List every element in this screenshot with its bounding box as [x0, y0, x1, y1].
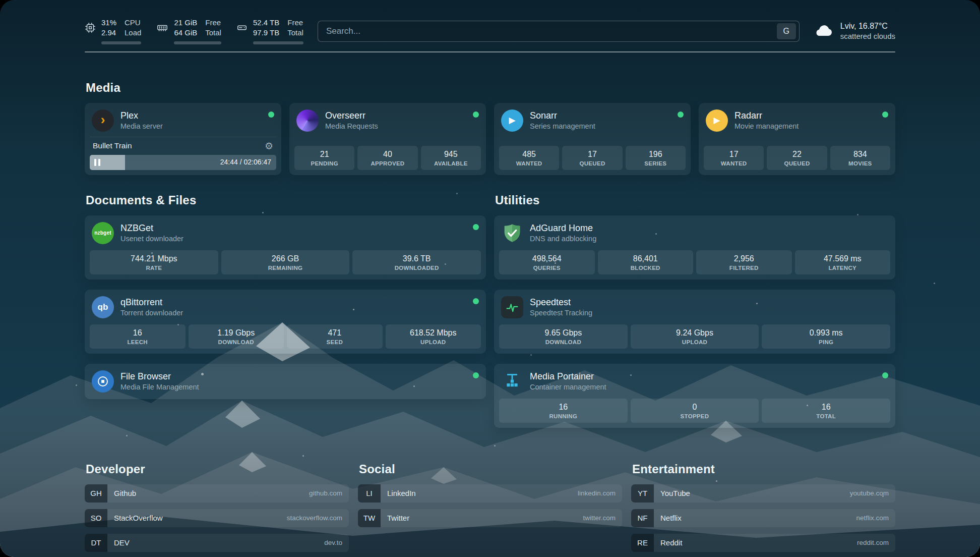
- bookmark-linkedin[interactable]: LI LinkedIn linkedin.com: [358, 484, 622, 503]
- card-filebrowser[interactable]: File Browser Media File Management: [85, 364, 486, 399]
- stat: 17 QUEUED: [562, 146, 622, 170]
- stat-value: 2,956: [698, 254, 790, 263]
- cpu-load-value: 2.94: [101, 28, 116, 38]
- topbar: 31% CPU 2.94 Load 21: [85, 18, 895, 44]
- status-dot: [473, 298, 479, 304]
- bookmark-name: LinkedIn: [387, 489, 416, 497]
- service-name: qBittorrent: [120, 297, 162, 307]
- stat-value: 17: [706, 150, 762, 159]
- social-section-title: Social: [359, 462, 622, 476]
- gear-icon[interactable]: ⚙: [265, 141, 273, 151]
- qbittorrent-icon: qb: [92, 296, 114, 318]
- service-name: Overseerr: [325, 110, 365, 121]
- memory-free-value: 21 GiB: [174, 18, 197, 28]
- section-social: Social LI LinkedIn linkedin.com TW Twitt…: [358, 462, 622, 557]
- cpu-icon: [85, 22, 96, 33]
- card-sonarr[interactable]: ▶ Sonarr Series management 485 WANTED: [494, 103, 691, 175]
- bookmark-abbr: SO: [85, 509, 107, 527]
- card-portainer[interactable]: Media Portainer Container management 16 …: [494, 364, 895, 428]
- service-description: Series management: [530, 122, 595, 131]
- stat-value: 744.21 Mbps: [92, 254, 216, 263]
- bookmark-url: github.com: [309, 489, 342, 497]
- card-qbittorrent[interactable]: qb qBittorrent Torrent downloader 16 LEE…: [85, 290, 486, 354]
- bookmark-abbr: GH: [85, 484, 107, 503]
- weather-location: Lviv, 16.87°C: [840, 21, 895, 32]
- card-plex[interactable]: › Plex Media server Bullet Train ⚙: [85, 103, 281, 175]
- stat-label: RATE: [92, 265, 216, 271]
- stat: 16 TOTAL: [762, 399, 890, 423]
- bookmark-url: netflix.com: [856, 514, 889, 522]
- stat-label: BLOCKED: [600, 265, 692, 271]
- bookmark-stackoverflow[interactable]: SO StackOverflow stackoverflow.com: [85, 509, 349, 527]
- stat-label: SEED: [289, 339, 381, 345]
- player-time: 24:44 / 02:06:47: [220, 158, 271, 166]
- card-adguard[interactable]: AdGuard Home DNS and adblocking 498,564 …: [494, 215, 895, 280]
- search-provider-button[interactable]: G: [777, 23, 796, 39]
- bookmark-reddit[interactable]: RE Reddit reddit.com: [631, 534, 895, 552]
- bookmark-youtube[interactable]: YT YouTube youtube.com: [631, 484, 895, 503]
- topbar-divider: [85, 51, 895, 52]
- stat-value: 0: [633, 403, 757, 412]
- bookmark-url: youtube.com: [850, 489, 889, 497]
- memory-total-value: 64 GiB: [174, 28, 197, 38]
- stat-label: RUNNING: [501, 413, 626, 419]
- pause-icon[interactable]: [94, 159, 100, 166]
- now-playing-title: Bullet Train: [93, 141, 132, 150]
- service-name: Sonarr: [530, 110, 557, 121]
- service-description: Torrent downloader: [120, 308, 183, 317]
- service-name: Speedtest: [530, 297, 571, 307]
- stat-label: QUERIES: [501, 265, 593, 271]
- bookmark-name: Reddit: [660, 538, 682, 547]
- stat: 17 WANTED: [704, 146, 764, 170]
- cpu-progress-bar: [101, 41, 141, 44]
- stat-value: 1.19 Gbps: [191, 328, 282, 338]
- section-utilities: Utilities AdGuard Home DNS and: [494, 193, 895, 438]
- service-description: Usenet downloader: [120, 234, 183, 243]
- bookmark-name: Twitter: [387, 514, 409, 522]
- bookmark-twitter[interactable]: TW Twitter twitter.com: [358, 509, 622, 527]
- stat: 471 SEED: [287, 324, 383, 349]
- stat: 16 LEECH: [90, 324, 186, 349]
- stat-value: 945: [423, 150, 479, 159]
- status-dot: [473, 224, 479, 230]
- card-speedtest[interactable]: Speedtest Speedtest Tracking 9.65 Gbps D…: [494, 290, 895, 354]
- stat: 86,401 BLOCKED: [598, 250, 694, 274]
- stat: 1.19 Gbps DOWNLOAD: [189, 324, 284, 349]
- status-dot: [473, 112, 479, 118]
- stat-value: 22: [769, 150, 825, 159]
- card-overseerr[interactable]: Overseerr Media Requests 21 PENDING 40 A…: [289, 103, 486, 175]
- bookmark-dev[interactable]: DT DEV dev.to: [85, 534, 349, 552]
- memory-total-label: Total: [205, 28, 221, 38]
- service-name: NZBGet: [120, 223, 153, 233]
- stat-value: 47.569 ms: [797, 254, 889, 263]
- stat-label: TOTAL: [764, 413, 888, 419]
- section-documents: Documents & Files nzbget NZBGet Usenet d…: [85, 193, 486, 409]
- bookmark-abbr: TW: [358, 509, 381, 527]
- stat: 196 SERIES: [626, 146, 686, 170]
- cpu-usage-label: CPU: [125, 18, 141, 28]
- disk-icon: [236, 22, 248, 33]
- stat-label: AVAILABLE: [423, 160, 479, 166]
- memory-free-label: Free: [205, 18, 221, 28]
- service-description: Media server: [120, 122, 163, 131]
- bookmark-github[interactable]: GH Github github.com: [85, 484, 349, 503]
- service-description: DNS and adblocking: [530, 234, 596, 243]
- service-name: Plex: [120, 110, 138, 121]
- nzbget-icon: nzbget: [92, 222, 114, 244]
- card-radarr[interactable]: ▶ Radarr Movie management 17 WANTED: [699, 103, 895, 175]
- service-description: Media File Management: [120, 382, 199, 392]
- bookmark-url: reddit.com: [857, 539, 889, 546]
- service-description: Media Requests: [325, 122, 378, 131]
- weather-condition: scattered clouds: [840, 31, 895, 41]
- stat-label: WANTED: [706, 160, 762, 166]
- stat: 0.993 ms PING: [762, 324, 890, 349]
- stat-value: 196: [628, 150, 684, 159]
- utilities-section-title: Utilities: [495, 193, 895, 207]
- disk-progress-bar: [253, 41, 303, 44]
- bookmark-url: dev.to: [324, 539, 342, 546]
- stat-value: 618.52 Mbps: [388, 328, 479, 338]
- search-input[interactable]: [326, 26, 777, 36]
- bookmark-netflix[interactable]: NF Netflix netflix.com: [631, 509, 895, 527]
- stat-value: 471: [289, 328, 381, 338]
- card-nzbget[interactable]: nzbget NZBGet Usenet downloader 744.21 M…: [85, 215, 486, 280]
